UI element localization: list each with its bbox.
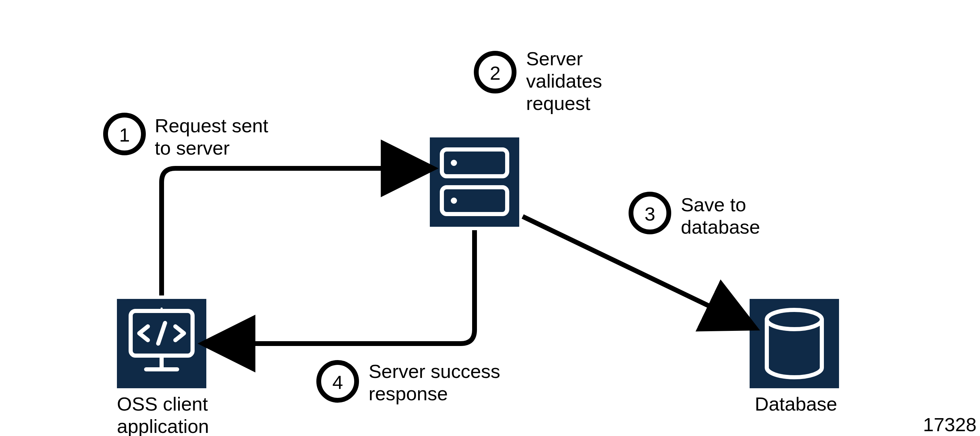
step-2-l3: request: [526, 92, 590, 114]
node-server: [430, 138, 519, 227]
flow-4: [215, 230, 474, 344]
step-2-num: 2: [490, 62, 500, 84]
step-3-l2: database: [681, 216, 760, 238]
step-4-l2: response: [369, 383, 448, 404]
svg-point-9: [451, 160, 457, 166]
step-1-l1: Request sent: [155, 115, 268, 136]
flow-1: [162, 168, 421, 295]
node-client: OSS client application: [117, 299, 209, 436]
step-1: 1 Request sent to server: [105, 115, 268, 159]
node-database: Database: [749, 299, 839, 415]
step-3-num: 3: [644, 203, 655, 225]
step-2-l1: Server: [526, 48, 583, 70]
step-3: 3 Save to database: [631, 194, 760, 238]
step-4-num: 4: [332, 371, 343, 393]
step-2: 2 Server validates request: [476, 48, 602, 114]
figure-id: 17328: [923, 414, 977, 435]
client-label-l2: application: [117, 415, 209, 436]
step-1-l2: to server: [155, 137, 230, 159]
svg-point-10: [451, 198, 457, 204]
diagram-canvas: OSS client application Database 1 Reques…: [0, 0, 980, 436]
svg-rect-11: [749, 299, 839, 388]
step-3-l1: Save to: [681, 194, 746, 216]
client-label-l1: OSS client: [117, 393, 208, 415]
database-label-l1: Database: [755, 393, 837, 415]
step-4-l1: Server success: [369, 360, 500, 382]
step-4: 4 Server success response: [319, 360, 500, 404]
step-1-num: 1: [119, 124, 130, 146]
step-2-l2: validates: [526, 70, 602, 92]
svg-point-5: [161, 308, 163, 309]
